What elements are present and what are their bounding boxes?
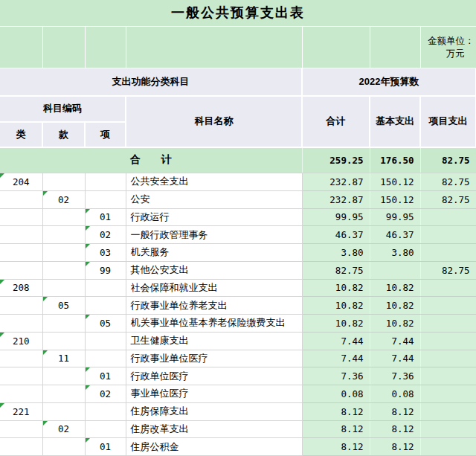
subject-name-cell[interactable]: 卫生健康支出 [126, 332, 302, 350]
code-section-cell[interactable] [42, 367, 85, 385]
header-item[interactable]: 项 [85, 122, 126, 147]
code-class-cell[interactable] [0, 244, 42, 262]
code-class-cell[interactable] [0, 420, 42, 438]
amount-total-cell[interactable]: 0.08 [302, 385, 370, 403]
band-cell[interactable] [126, 26, 302, 68]
page-title[interactable]: 一般公共预算支出表 [0, 0, 476, 26]
amount-project-cell[interactable] [420, 402, 476, 420]
code-class-cell[interactable] [0, 385, 42, 403]
code-item-cell[interactable]: 01 [85, 367, 126, 385]
subject-name-cell[interactable]: 机关服务 [126, 244, 302, 262]
subject-name-cell[interactable]: 行政单位医疗 [126, 367, 302, 385]
amount-project-cell[interactable] [420, 226, 476, 244]
band-cell[interactable] [42, 26, 85, 68]
code-item-cell[interactable]: 01 [85, 208, 126, 226]
subject-name-cell[interactable]: 住房改革支出 [126, 420, 302, 438]
subject-name-cell[interactable]: 行政运行 [126, 208, 302, 226]
code-class-cell[interactable]: 221 [0, 402, 42, 420]
code-section-cell[interactable]: 11 [42, 350, 85, 367]
amount-total-cell[interactable]: 7.36 [302, 367, 370, 385]
code-class-cell[interactable]: 210 [0, 332, 42, 350]
code-class-cell[interactable]: 204 [0, 173, 42, 191]
code-section-cell[interactable] [42, 208, 85, 226]
code-class-cell[interactable] [0, 226, 42, 244]
amount-project-cell[interactable] [420, 350, 476, 367]
code-section-cell[interactable] [42, 402, 85, 420]
code-item-cell[interactable] [85, 332, 126, 350]
code-item-cell[interactable] [85, 190, 126, 208]
amount-project-cell[interactable] [420, 244, 476, 262]
amount-basic-cell[interactable]: 99.95 [370, 208, 420, 226]
code-section-cell[interactable] [42, 315, 85, 333]
amount-total-cell[interactable]: 10.82 [302, 297, 370, 315]
amount-total-cell[interactable]: 82.75 [302, 261, 370, 279]
header-class[interactable]: 类 [0, 122, 42, 147]
code-section-cell[interactable]: 02 [42, 420, 85, 438]
grand-total-basic[interactable]: 176.50 [370, 147, 420, 173]
amount-basic-cell[interactable]: 10.82 [370, 279, 420, 297]
code-item-cell[interactable]: 05 [85, 315, 126, 333]
amount-basic-cell[interactable]: 7.44 [370, 332, 420, 350]
code-item-cell[interactable]: 01 [85, 438, 126, 456]
amount-basic-cell[interactable]: 7.36 [370, 367, 420, 385]
subject-name-cell[interactable]: 住房保障支出 [126, 402, 302, 420]
amount-total-cell[interactable]: 99.95 [302, 208, 370, 226]
code-section-cell[interactable] [42, 279, 85, 297]
amount-total-cell[interactable]: 8.12 [302, 438, 370, 456]
code-class-cell[interactable] [0, 297, 42, 315]
subject-name-cell[interactable]: 一般行政管理事务 [126, 226, 302, 244]
code-section-cell[interactable]: 02 [42, 190, 85, 208]
code-section-cell[interactable] [42, 438, 85, 456]
amount-project-cell[interactable]: 82.75 [420, 261, 476, 279]
code-section-cell[interactable]: 05 [42, 297, 85, 315]
header-section[interactable]: 款 [42, 122, 85, 147]
code-item-cell[interactable] [85, 279, 126, 297]
amount-total-cell[interactable]: 7.44 [302, 332, 370, 350]
subject-name-cell[interactable]: 公安 [126, 190, 302, 208]
amount-project-cell[interactable] [420, 438, 476, 456]
code-item-cell[interactable] [85, 173, 126, 191]
code-class-cell[interactable] [0, 367, 42, 385]
code-item-cell[interactable] [85, 420, 126, 438]
code-section-cell[interactable] [42, 173, 85, 191]
code-section-cell[interactable] [42, 261, 85, 279]
code-class-cell[interactable] [0, 261, 42, 279]
code-section-cell[interactable] [42, 244, 85, 262]
amount-project-cell[interactable] [420, 297, 476, 315]
header-total[interactable]: 合计 [302, 96, 370, 147]
code-class-cell[interactable] [0, 190, 42, 208]
amount-basic-cell[interactable]: 150.12 [370, 173, 420, 191]
amount-total-cell[interactable]: 232.87 [302, 190, 370, 208]
subject-name-cell[interactable]: 行政事业单位养老支出 [126, 297, 302, 315]
header-function-category[interactable]: 支出功能分类科目 [0, 68, 302, 96]
band-cell[interactable] [85, 26, 126, 68]
amount-total-cell[interactable]: 46.37 [302, 226, 370, 244]
band-cell[interactable] [370, 26, 420, 68]
code-class-cell[interactable] [0, 208, 42, 226]
subject-name-cell[interactable]: 住房公积金 [126, 438, 302, 456]
grand-total-project[interactable]: 82.75 [420, 147, 476, 173]
amount-project-cell[interactable] [420, 315, 476, 333]
code-section-cell[interactable] [42, 332, 85, 350]
amount-total-cell[interactable]: 7.44 [302, 350, 370, 367]
amount-project-cell[interactable] [420, 385, 476, 403]
amount-basic-cell[interactable]: 150.12 [370, 190, 420, 208]
header-budget-2022[interactable]: 2022年预算数 [302, 68, 476, 96]
amount-total-cell[interactable]: 10.82 [302, 279, 370, 297]
amount-project-cell[interactable] [420, 420, 476, 438]
code-class-cell[interactable] [0, 315, 42, 333]
code-class-cell[interactable] [0, 350, 42, 367]
band-cell[interactable] [0, 26, 42, 68]
amount-basic-cell[interactable]: 0.08 [370, 385, 420, 403]
amount-basic-cell[interactable]: 10.82 [370, 315, 420, 333]
amount-total-cell[interactable]: 8.12 [302, 420, 370, 438]
subject-name-cell[interactable]: 行政事业单位医疗 [126, 350, 302, 367]
unit-note[interactable]: 金额单位：万元 [420, 26, 476, 68]
amount-project-cell[interactable]: 82.75 [420, 173, 476, 191]
grand-total-label[interactable]: 合 计 [0, 147, 302, 173]
amount-project-cell[interactable]: 82.75 [420, 190, 476, 208]
amount-total-cell[interactable]: 8.12 [302, 402, 370, 420]
amount-basic-cell[interactable] [370, 261, 420, 279]
code-section-cell[interactable] [42, 385, 85, 403]
band-cell[interactable] [302, 26, 370, 68]
